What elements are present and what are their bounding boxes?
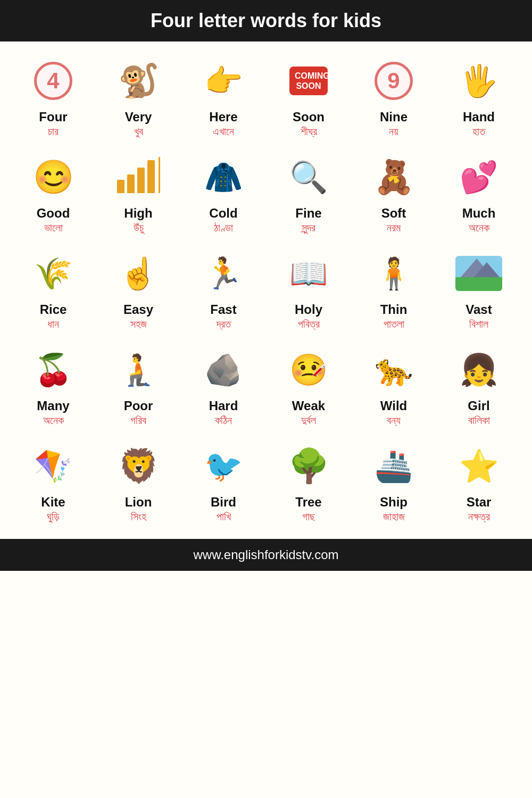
bengali-word-much: অনেক [469,222,489,234]
hand-icon: 🖐️ [452,54,505,107]
word-cell-wild: 🐆 Wild বন্য [351,336,436,432]
bengali-word-fine: সুন্দর [302,222,315,234]
word-cell-high: High উঁচু [96,143,181,239]
ship-icon: 🚢 [367,439,420,493]
english-word-soon: Soon [293,110,325,124]
english-word-weak: Weak [292,398,325,413]
bengali-word-girl: বালিকা [468,414,490,427]
english-word-cold: Cold [209,206,237,221]
word-cell-cold: 🧥 Cold ঠাণ্ডা [181,143,266,239]
word-cell-tree: 🌳 Tree গাছ [266,432,351,528]
word-cell-holy: 📖 Holy পবিত্র [266,239,351,336]
bird-icon: 🐦 [197,439,250,493]
bengali-word-hand: হাত [472,126,485,138]
cold-icon: 🧥 [197,151,250,204]
bengali-word-nine: নয় [389,126,398,138]
english-word-very: Very [125,110,152,124]
bengali-word-tree: গাছ [302,511,315,523]
wild-icon: 🐆 [367,343,420,396]
bengali-word-ship: জাহাজ [383,511,405,523]
thin-icon: 🧍 [367,247,420,300]
good-icon: 😊 [27,151,80,204]
weak-icon: 🤒 [282,343,335,396]
english-word-holy: Holy [295,302,322,317]
english-word-nine: Nine [380,110,408,124]
monkey-icon: 🐒 [112,54,165,107]
bengali-word-soft: নরম [387,222,401,234]
english-word-girl: Girl [468,398,489,413]
english-word-rice: Rice [40,302,67,317]
vast-icon [452,247,505,300]
english-word-kite: Kite [41,495,65,510]
bengali-word-star: নক্ষত্র [468,511,490,523]
word-cell-hand: 🖐️ Hand হাত [436,47,521,143]
english-word-star: Star [467,495,492,510]
english-word-poor: Poor [124,398,153,413]
bengali-word-vast: বিশাল [469,318,488,330]
word-cell-hard: 🪨 Hard কঠিন [181,336,266,432]
bengali-word-kite: ঘুড়ি [47,511,60,523]
bengali-word-thin: পাতলা [384,318,404,330]
bengali-word-many: অনেক [43,414,64,427]
word-cell-weak: 🤒 Weak দুর্বল [266,336,351,432]
english-word-high: High [124,206,152,221]
english-word-many: Many [37,398,69,413]
hard-icon: 🪨 [197,343,250,396]
word-cell-good: 😊 Good ভালো [11,143,96,239]
english-word-fast: Fast [210,302,236,317]
english-word-easy: Easy [123,302,153,317]
word-grid: 4 Four চার 🐒 Very খুব 👉 Here এখানে COMIN… [0,41,532,534]
english-word-wild: Wild [380,398,407,413]
english-word-lion: Lion [125,495,152,510]
lion-icon: 🦁 [112,439,165,493]
word-cell-ship: 🚢 Ship জাহাজ [351,432,436,528]
english-word-soft: Soft [381,206,406,221]
circle4-icon: 4 [27,54,80,107]
bengali-word-rice: ধান [47,318,59,330]
bengali-word-four: চার [48,126,59,138]
star-icon: ⭐ [452,439,505,493]
bengali-word-poor: গরিব [130,414,146,427]
word-cell-soft: 🧸 Soft নরম [351,143,436,239]
bengali-word-good: ভালো [44,222,63,234]
english-word-vast: Vast [466,302,492,317]
word-cell-four: 4 Four চার [11,47,96,143]
bengali-word-hard: কঠিন [215,414,232,427]
bengali-word-lion: সিংহ [131,511,146,523]
word-cell-bird: 🐦 Bird পাখি [181,432,266,528]
tree-icon: 🌳 [282,439,335,493]
holy-icon: 📖 [282,247,335,300]
bengali-word-weak: দুর্বল [301,414,316,427]
pointer-icon: 👉 [197,54,250,107]
word-cell-here: 👉 Here এখানে [181,47,266,143]
kite-icon: 🪁 [27,439,80,493]
footer: www.englishforkidstv.com [0,539,532,571]
word-cell-soon: COMINGSOON Soon শীঘ্র [266,47,351,143]
english-word-hard: Hard [209,398,238,413]
word-cell-vast: Vast বিশাল [436,239,521,336]
word-cell-lion: 🦁 Lion সিংহ [96,432,181,528]
rice-icon: 🌾 [27,247,80,300]
word-cell-easy: ☝️ Easy সহজ [96,239,181,336]
bengali-word-holy: পবিত্র [298,318,320,330]
english-word-good: Good [37,206,70,221]
word-cell-thin: 🧍 Thin পাতলা [351,239,436,336]
english-word-here: Here [209,110,237,124]
bengali-word-very: খুব [134,126,143,138]
word-cell-fast: 🏃 Fast দ্রত [181,239,266,336]
word-cell-fine: 🔍 Fine সুন্দর [266,143,351,239]
word-cell-girl: 👧 Girl বালিকা [436,336,521,432]
word-cell-star: ⭐ Star নক্ষত্র [436,432,521,528]
header: Four letter words for kids [0,0,532,41]
bengali-word-cold: ঠাণ্ডা [214,222,233,234]
word-cell-many: 🍒 Many অনেক [11,336,96,432]
soft-icon: 🧸 [367,151,420,204]
word-cell-much: 💕 Much অনেক [436,143,521,239]
word-cell-nine: 9 Nine নয় [351,47,436,143]
girl-icon: 👧 [452,343,505,396]
english-word-bird: Bird [211,495,236,510]
poor-icon: 🧎 [112,343,165,396]
english-word-fine: Fine [295,206,321,221]
comingsoon-icon: COMINGSOON [282,54,335,107]
english-word-ship: Ship [380,495,408,510]
